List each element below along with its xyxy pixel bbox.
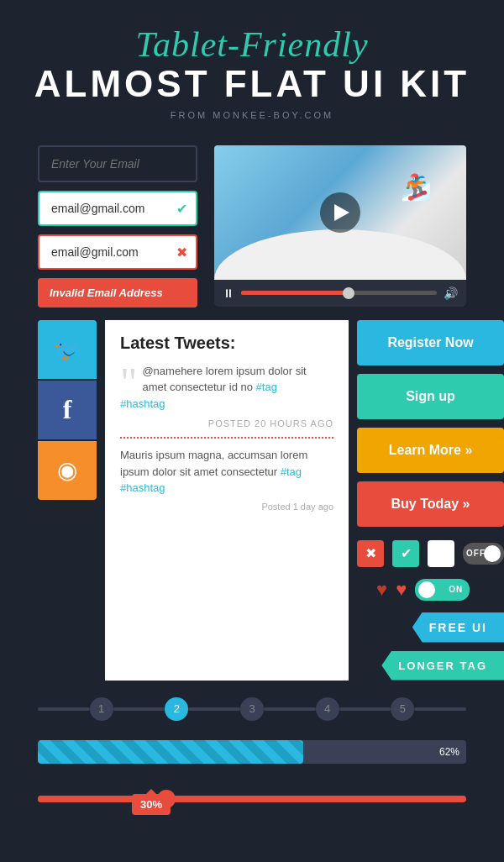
checkbox-empty[interactable]	[428, 540, 454, 567]
pagination-line-4	[339, 707, 391, 711]
tweet-handle: @namehere	[142, 365, 202, 377]
social-tweets-row: 🐦 f ◉ Latest Tweets: " @namehere lorem i…	[0, 320, 504, 681]
heart-red-icon: ♥	[396, 579, 407, 601]
pagination-row: 1 2 3 4 5	[0, 685, 504, 733]
toggle-off-label: OFF	[466, 549, 486, 558]
tags-column: FREE UI LONGER TAG	[357, 612, 504, 681]
tweet-tag-2: #hashtag	[120, 397, 165, 410]
heart-dark-red-icon: ♥	[376, 579, 387, 601]
email-invalid-input[interactable]	[38, 234, 197, 270]
quote-mark-icon: "	[120, 370, 137, 395]
play-button[interactable]	[320, 192, 360, 233]
toggle-on-circle	[418, 581, 435, 598]
video-thumbnail[interactable]: 🏂	[214, 145, 466, 280]
email-placeholder-input[interactable]	[38, 145, 197, 182]
volume-icon[interactable]: 🔊	[444, 286, 458, 300]
buttons-column: Register Now Sign up Learn More » Buy To…	[357, 320, 504, 681]
x-icon: ✖	[176, 244, 187, 260]
checkmark-icon: ✔	[176, 200, 187, 216]
tweet-1-time: POSTED 20 HOURS AGO	[120, 418, 333, 428]
snow-hill	[214, 229, 466, 280]
facebook-button[interactable]: f	[38, 381, 97, 439]
register-button[interactable]: Register Now	[357, 320, 504, 365]
pause-button[interactable]: ⏸	[223, 286, 234, 300]
toggle-off[interactable]: OFF	[463, 543, 504, 565]
snowboarder-graphic: 🏂	[399, 166, 433, 208]
header-sub-title: FROM MONKEE-BOY.COM	[17, 110, 487, 120]
pagination-line-3	[264, 707, 316, 711]
tweets-title: Latest Tweets:	[120, 334, 333, 353]
video-progress-bar[interactable]	[241, 291, 437, 295]
header: Tablet-Friendly ALMOST FLAT UI KIT FROM …	[0, 0, 504, 137]
tweet-tag-1: #tag	[256, 381, 277, 393]
slider-tooltip: 30%	[132, 794, 171, 815]
toggle-circle	[484, 545, 501, 562]
tweet-divider	[120, 437, 333, 439]
checkboxes-row: ✖ ✔ OFF	[357, 535, 504, 567]
progress-bar-bg: 62%	[38, 740, 466, 764]
checkbox-check[interactable]: ✔	[392, 540, 419, 567]
pagination-line-end	[414, 707, 466, 711]
error-message: Invalid Email Address	[38, 278, 197, 307]
free-tag: FREE UI	[412, 612, 504, 643]
forms-column: ✔ ✖ Invalid Email Address	[38, 145, 197, 307]
page-5[interactable]: 5	[391, 697, 414, 721]
video-progress-thumb	[343, 287, 354, 299]
hearts-row: ♥ ♥ ♥ ON	[357, 576, 504, 604]
toggle-on-label: ON	[449, 585, 463, 594]
invalid-email-wrapper: ✖	[38, 234, 197, 270]
toggle-on[interactable]: ON	[415, 579, 470, 601]
page-4[interactable]: 4	[316, 697, 339, 721]
rss-icon: ◉	[57, 456, 77, 484]
video-container: 🏂 ⏸ 🔊	[214, 145, 466, 307]
tweet-1-text: @namehere lorem ipsum dolor sit amet con…	[120, 363, 333, 413]
page-1[interactable]: 1	[90, 697, 113, 721]
progress-section: 62%	[0, 733, 504, 770]
learn-more-button[interactable]: Learn More »	[357, 428, 504, 473]
video-progress-fill	[241, 291, 349, 295]
slider-section: 30%	[0, 770, 504, 828]
heart-black-icon: ♥	[357, 579, 368, 601]
email-valid-input[interactable]	[38, 191, 197, 226]
buy-button[interactable]: Buy Today »	[357, 481, 504, 527]
social-column: 🐦 f ◉	[38, 320, 105, 681]
page-3[interactable]: 3	[240, 697, 264, 721]
tweets-panel: Latest Tweets: " @namehere lorem ipsum d…	[105, 320, 349, 681]
content-row: ✔ ✖ Invalid Email Address 🏂 ⏸	[0, 137, 504, 316]
header-script-title: Tablet-Friendly	[17, 25, 487, 64]
video-controls: ⏸ 🔊	[214, 280, 466, 307]
progress-label: 62%	[439, 746, 459, 758]
page-2-active[interactable]: 2	[165, 697, 188, 721]
facebook-icon: f	[63, 394, 72, 425]
signup-button[interactable]: Sign up	[357, 374, 504, 419]
tweet-2-text: Mauris ipsum magna, accumsan lorem ipsum…	[120, 447, 333, 497]
slider-track[interactable]	[38, 796, 466, 802]
pagination-line-2	[188, 707, 240, 711]
progress-bar-fill	[38, 740, 303, 764]
pagination-line-start	[38, 707, 90, 711]
valid-email-wrapper: ✔	[38, 191, 197, 226]
rss-button[interactable]: ◉	[38, 441, 97, 500]
pagination-line-1	[113, 707, 165, 711]
tweet-2-time: Posted 1 day ago	[120, 502, 333, 512]
twitter-button[interactable]: 🐦	[38, 320, 97, 379]
play-icon	[334, 204, 349, 221]
longer-tag: LONGER TAG	[381, 651, 504, 681]
tweet-1: " @namehere lorem ipsum dolor sit amet c…	[120, 363, 333, 413]
checkbox-x[interactable]: ✖	[357, 540, 384, 567]
video-column: 🏂 ⏸ 🔊	[214, 145, 466, 307]
twitter-icon: 🐦	[53, 335, 82, 363]
header-main-title: ALMOST FLAT UI KIT	[17, 64, 487, 104]
